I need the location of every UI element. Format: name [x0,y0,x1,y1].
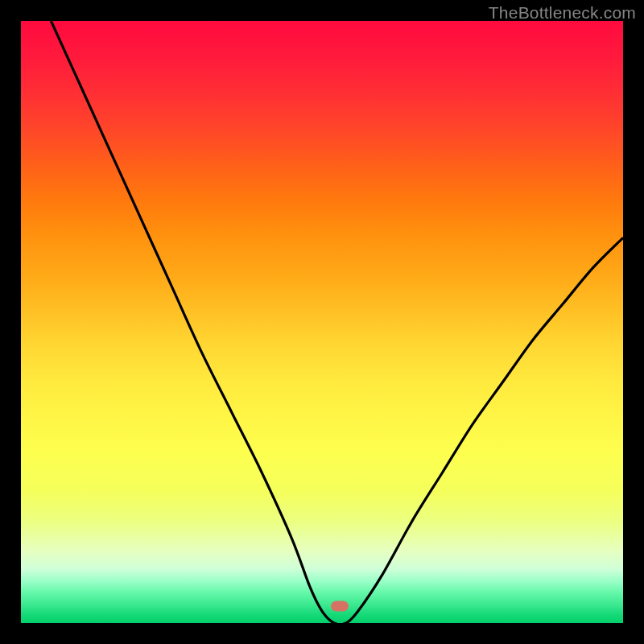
attribution-text: TheBottleneck.com [489,3,636,23]
plot-area [21,21,623,623]
bottleneck-curve [21,21,623,623]
chart-frame: TheBottleneck.com [0,0,644,644]
optimal-point-marker [331,601,349,612]
